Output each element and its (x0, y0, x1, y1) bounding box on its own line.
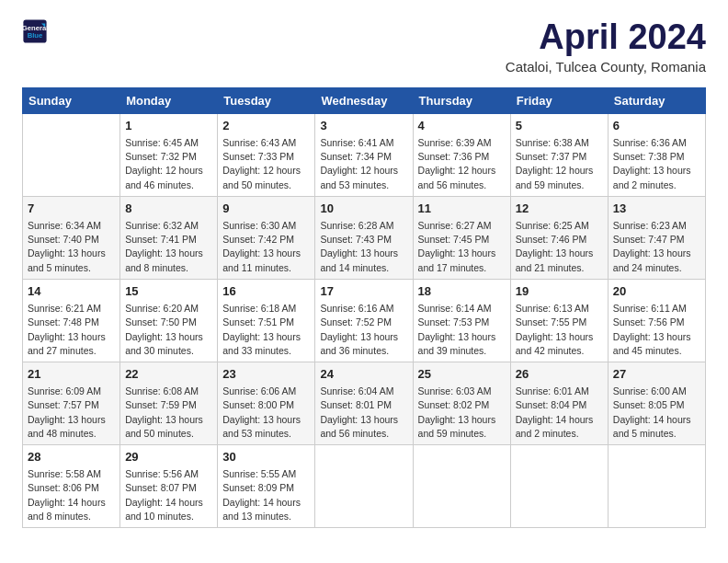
day-number: 27 (613, 366, 700, 383)
day-number: 13 (613, 201, 700, 217)
day-info: Sunrise: 6:03 AM Sunset: 8:02 PM Dayligh… (418, 385, 506, 441)
week-row-3: 14Sunrise: 6:21 AM Sunset: 7:48 PM Dayli… (23, 279, 706, 362)
day-number: 6 (613, 118, 700, 134)
calendar-cell (608, 445, 705, 528)
calendar-cell: 28Sunrise: 5:58 AM Sunset: 8:06 PM Dayli… (23, 445, 120, 528)
calendar-cell: 3Sunrise: 6:41 AM Sunset: 7:34 PM Daylig… (315, 113, 413, 196)
calendar-title: April 2024 (506, 18, 706, 57)
weekday-header-saturday: Saturday (608, 87, 705, 113)
day-info: Sunrise: 5:55 AM Sunset: 8:09 PM Dayligh… (222, 467, 310, 523)
day-info: Sunrise: 5:58 AM Sunset: 8:06 PM Dayligh… (28, 467, 115, 523)
calendar-cell: 18Sunrise: 6:14 AM Sunset: 7:53 PM Dayli… (413, 279, 510, 362)
day-info: Sunrise: 6:18 AM Sunset: 7:51 PM Dayligh… (222, 302, 310, 358)
calendar-cell: 27Sunrise: 6:00 AM Sunset: 8:05 PM Dayli… (608, 362, 705, 444)
day-number: 21 (28, 366, 115, 383)
weekday-header-wednesday: Wednesday (315, 87, 413, 113)
day-number: 22 (125, 366, 212, 383)
day-number: 20 (613, 283, 700, 300)
calendar-cell (315, 445, 413, 528)
day-number: 28 (28, 449, 115, 465)
calendar-cell (510, 445, 608, 528)
day-number: 10 (320, 201, 407, 217)
calendar-cell: 7Sunrise: 6:34 AM Sunset: 7:40 PM Daylig… (23, 196, 120, 279)
logo-icon: General Blue (22, 18, 48, 44)
day-number: 29 (125, 449, 212, 465)
day-info: Sunrise: 6:01 AM Sunset: 8:04 PM Dayligh… (516, 385, 603, 441)
weekday-header-sunday: Sunday (23, 87, 120, 113)
calendar-cell (23, 113, 120, 196)
day-info: Sunrise: 6:41 AM Sunset: 7:34 PM Dayligh… (320, 136, 407, 192)
day-info: Sunrise: 6:06 AM Sunset: 8:00 PM Dayligh… (222, 385, 310, 441)
day-number: 25 (418, 366, 506, 383)
day-info: Sunrise: 5:56 AM Sunset: 8:07 PM Dayligh… (125, 467, 212, 523)
calendar-cell: 24Sunrise: 6:04 AM Sunset: 8:01 PM Dayli… (315, 362, 413, 444)
day-number: 18 (418, 283, 506, 300)
day-number: 4 (418, 118, 506, 134)
calendar-cell: 14Sunrise: 6:21 AM Sunset: 7:48 PM Dayli… (23, 279, 120, 362)
calendar-cell: 5Sunrise: 6:38 AM Sunset: 7:37 PM Daylig… (510, 113, 608, 196)
day-info: Sunrise: 6:04 AM Sunset: 8:01 PM Dayligh… (320, 385, 407, 441)
week-row-1: 1Sunrise: 6:45 AM Sunset: 7:32 PM Daylig… (23, 113, 706, 196)
day-info: Sunrise: 6:09 AM Sunset: 7:57 PM Dayligh… (28, 385, 115, 441)
day-info: Sunrise: 6:38 AM Sunset: 7:37 PM Dayligh… (516, 136, 603, 192)
day-info: Sunrise: 6:21 AM Sunset: 7:48 PM Dayligh… (28, 302, 115, 358)
svg-text:Blue: Blue (28, 31, 43, 40)
calendar-cell: 10Sunrise: 6:28 AM Sunset: 7:43 PM Dayli… (315, 196, 413, 279)
calendar-cell: 20Sunrise: 6:11 AM Sunset: 7:56 PM Dayli… (608, 279, 705, 362)
calendar-cell: 26Sunrise: 6:01 AM Sunset: 8:04 PM Dayli… (510, 362, 608, 444)
calendar-cell: 8Sunrise: 6:32 AM Sunset: 7:41 PM Daylig… (120, 196, 218, 279)
header: General Blue April 2024 Cataloi, Tulcea … (22, 18, 706, 75)
day-number: 5 (516, 118, 603, 134)
day-info: Sunrise: 6:11 AM Sunset: 7:56 PM Dayligh… (613, 302, 700, 358)
calendar-cell: 13Sunrise: 6:23 AM Sunset: 7:47 PM Dayli… (608, 196, 705, 279)
weekday-header-tuesday: Tuesday (218, 87, 315, 113)
day-info: Sunrise: 6:34 AM Sunset: 7:40 PM Dayligh… (28, 219, 115, 275)
calendar-table: SundayMondayTuesdayWednesdayThursdayFrid… (22, 87, 706, 528)
week-row-4: 21Sunrise: 6:09 AM Sunset: 7:57 PM Dayli… (23, 362, 706, 444)
day-info: Sunrise: 6:08 AM Sunset: 7:59 PM Dayligh… (125, 385, 212, 441)
day-info: Sunrise: 6:13 AM Sunset: 7:55 PM Dayligh… (516, 302, 603, 358)
day-info: Sunrise: 6:28 AM Sunset: 7:43 PM Dayligh… (320, 219, 407, 275)
calendar-cell: 6Sunrise: 6:36 AM Sunset: 7:38 PM Daylig… (608, 113, 705, 196)
calendar-cell: 29Sunrise: 5:56 AM Sunset: 8:07 PM Dayli… (120, 445, 218, 528)
day-number: 12 (516, 201, 603, 217)
title-block: April 2024 Cataloi, Tulcea County, Roman… (506, 18, 706, 75)
day-number: 7 (28, 201, 115, 217)
calendar-cell: 11Sunrise: 6:27 AM Sunset: 7:45 PM Dayli… (413, 196, 510, 279)
calendar-cell: 23Sunrise: 6:06 AM Sunset: 8:00 PM Dayli… (218, 362, 315, 444)
day-number: 26 (516, 366, 603, 383)
day-number: 30 (222, 449, 310, 465)
calendar-cell: 17Sunrise: 6:16 AM Sunset: 7:52 PM Dayli… (315, 279, 413, 362)
day-info: Sunrise: 6:43 AM Sunset: 7:33 PM Dayligh… (222, 136, 310, 192)
calendar-cell: 12Sunrise: 6:25 AM Sunset: 7:46 PM Dayli… (510, 196, 608, 279)
calendar-subtitle: Cataloi, Tulcea County, Romania (506, 59, 706, 75)
calendar-cell: 1Sunrise: 6:45 AM Sunset: 7:32 PM Daylig… (120, 113, 218, 196)
calendar-cell: 19Sunrise: 6:13 AM Sunset: 7:55 PM Dayli… (510, 279, 608, 362)
weekday-header-friday: Friday (510, 87, 608, 113)
weekday-header-monday: Monday (120, 87, 218, 113)
day-number: 2 (222, 118, 310, 134)
day-number: 3 (320, 118, 407, 134)
day-info: Sunrise: 6:14 AM Sunset: 7:53 PM Dayligh… (418, 302, 506, 358)
day-number: 11 (418, 201, 506, 217)
calendar-cell: 21Sunrise: 6:09 AM Sunset: 7:57 PM Dayli… (23, 362, 120, 444)
calendar-cell: 4Sunrise: 6:39 AM Sunset: 7:36 PM Daylig… (413, 113, 510, 196)
day-info: Sunrise: 6:30 AM Sunset: 7:42 PM Dayligh… (222, 219, 310, 275)
day-number: 17 (320, 283, 407, 300)
day-info: Sunrise: 6:27 AM Sunset: 7:45 PM Dayligh… (418, 219, 506, 275)
day-info: Sunrise: 6:23 AM Sunset: 7:47 PM Dayligh… (613, 219, 700, 275)
day-number: 24 (320, 366, 407, 383)
day-info: Sunrise: 6:25 AM Sunset: 7:46 PM Dayligh… (516, 219, 603, 275)
day-info: Sunrise: 6:32 AM Sunset: 7:41 PM Dayligh… (125, 219, 212, 275)
day-number: 8 (125, 201, 212, 217)
calendar-cell: 25Sunrise: 6:03 AM Sunset: 8:02 PM Dayli… (413, 362, 510, 444)
day-number: 23 (222, 366, 310, 383)
week-row-5: 28Sunrise: 5:58 AM Sunset: 8:06 PM Dayli… (23, 445, 706, 528)
logo: General Blue (22, 18, 48, 44)
day-number: 19 (516, 283, 603, 300)
week-row-2: 7Sunrise: 6:34 AM Sunset: 7:40 PM Daylig… (23, 196, 706, 279)
calendar-cell: 15Sunrise: 6:20 AM Sunset: 7:50 PM Dayli… (120, 279, 218, 362)
day-number: 1 (125, 118, 212, 134)
day-number: 16 (222, 283, 310, 300)
day-info: Sunrise: 6:00 AM Sunset: 8:05 PM Dayligh… (613, 385, 700, 441)
